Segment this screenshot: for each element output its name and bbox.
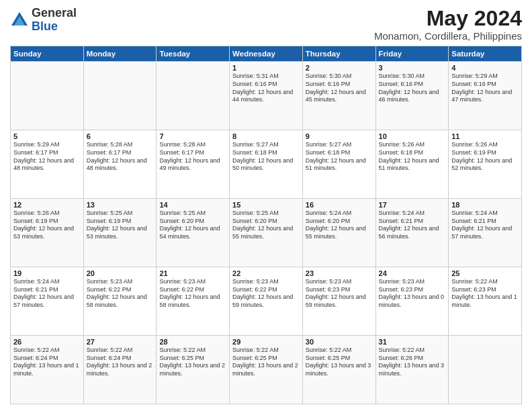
- day-cell: 17Sunrise: 5:24 AM Sunset: 6:21 PM Dayli…: [375, 199, 449, 267]
- day-info: Sunrise: 5:28 AM Sunset: 6:17 PM Dayligh…: [159, 141, 226, 173]
- day-info: Sunrise: 5:26 AM Sunset: 6:18 PM Dayligh…: [379, 141, 446, 173]
- day-info: Sunrise: 5:27 AM Sunset: 6:18 PM Dayligh…: [232, 141, 300, 173]
- day-cell: 7Sunrise: 5:28 AM Sunset: 6:17 PM Daylig…: [157, 130, 230, 199]
- day-number: 25: [451, 269, 519, 277]
- day-number: 27: [87, 338, 154, 346]
- day-cell: 14Sunrise: 5:25 AM Sunset: 6:20 PM Dayli…: [157, 199, 230, 267]
- calendar-subtitle: Monamon, Cordillera, Philippines: [374, 30, 522, 42]
- day-cell: 15Sunrise: 5:25 AM Sunset: 6:20 PM Dayli…: [230, 199, 303, 267]
- header-row: Sunday Monday Tuesday Wednesday Thursday…: [11, 46, 522, 62]
- day-cell: 18Sunrise: 5:24 AM Sunset: 6:21 PM Dayli…: [449, 199, 522, 267]
- day-info: Sunrise: 5:25 AM Sunset: 6:20 PM Dayligh…: [232, 210, 300, 241]
- day-info: Sunrise: 5:26 AM Sunset: 6:19 PM Dayligh…: [13, 210, 81, 241]
- day-number: 21: [159, 269, 226, 277]
- day-cell: 9Sunrise: 5:27 AM Sunset: 6:18 PM Daylig…: [302, 130, 375, 199]
- week-row-4: 19Sunrise: 5:24 AM Sunset: 6:21 PM Dayli…: [11, 267, 522, 336]
- calendar-body: 1Sunrise: 5:31 AM Sunset: 6:16 PM Daylig…: [11, 62, 522, 404]
- day-number: 17: [379, 201, 446, 209]
- day-number: 28: [159, 338, 226, 346]
- day-info: Sunrise: 5:25 AM Sunset: 6:19 PM Dayligh…: [87, 210, 154, 241]
- day-number: 11: [451, 132, 519, 140]
- day-info: Sunrise: 5:22 AM Sunset: 6:25 PM Dayligh…: [232, 347, 300, 378]
- day-cell: 31Sunrise: 5:22 AM Sunset: 6:26 PM Dayli…: [375, 336, 449, 404]
- day-info: Sunrise: 5:24 AM Sunset: 6:21 PM Dayligh…: [13, 278, 81, 310]
- day-cell: 24Sunrise: 5:23 AM Sunset: 6:23 PM Dayli…: [375, 267, 449, 336]
- week-row-5: 26Sunrise: 5:22 AM Sunset: 6:24 PM Dayli…: [11, 336, 522, 404]
- day-info: Sunrise: 5:29 AM Sunset: 6:16 PM Dayligh…: [451, 73, 519, 104]
- logo-text: General Blue: [32, 7, 77, 34]
- day-info: Sunrise: 5:22 AM Sunset: 6:23 PM Dayligh…: [451, 278, 519, 310]
- week-row-3: 12Sunrise: 5:26 AM Sunset: 6:19 PM Dayli…: [11, 199, 522, 267]
- title-block: May 2024 Monamon, Cordillera, Philippine…: [374, 7, 522, 42]
- col-wednesday: Wednesday: [230, 46, 303, 62]
- day-info: Sunrise: 5:23 AM Sunset: 6:23 PM Dayligh…: [379, 278, 446, 310]
- day-number: 19: [13, 269, 81, 277]
- day-cell: 25Sunrise: 5:22 AM Sunset: 6:23 PM Dayli…: [449, 267, 522, 336]
- day-number: 22: [232, 269, 300, 277]
- day-number: 13: [87, 201, 154, 209]
- col-tuesday: Tuesday: [157, 46, 230, 62]
- day-number: 6: [87, 132, 154, 140]
- day-info: Sunrise: 5:23 AM Sunset: 6:23 PM Dayligh…: [306, 278, 373, 310]
- calendar-table: Sunday Monday Tuesday Wednesday Thursday…: [10, 46, 522, 404]
- day-cell: 6Sunrise: 5:28 AM Sunset: 6:17 PM Daylig…: [83, 130, 157, 199]
- day-number: 24: [379, 269, 446, 277]
- col-monday: Monday: [83, 46, 157, 62]
- day-number: 8: [232, 132, 300, 140]
- day-info: Sunrise: 5:31 AM Sunset: 6:16 PM Dayligh…: [232, 73, 300, 104]
- day-number: 3: [379, 64, 446, 72]
- day-number: 9: [306, 132, 373, 140]
- day-cell: 8Sunrise: 5:27 AM Sunset: 6:18 PM Daylig…: [230, 130, 303, 199]
- day-cell: 30Sunrise: 5:22 AM Sunset: 6:25 PM Dayli…: [302, 336, 375, 404]
- day-cell: 19Sunrise: 5:24 AM Sunset: 6:21 PM Dayli…: [11, 267, 84, 336]
- day-cell: 21Sunrise: 5:23 AM Sunset: 6:22 PM Dayli…: [157, 267, 230, 336]
- calendar-header: Sunday Monday Tuesday Wednesday Thursday…: [11, 46, 522, 62]
- page: General Blue May 2024 Monamon, Cordiller…: [0, 0, 532, 411]
- day-info: Sunrise: 5:25 AM Sunset: 6:20 PM Dayligh…: [159, 210, 226, 241]
- week-row-2: 5Sunrise: 5:29 AM Sunset: 6:17 PM Daylig…: [11, 130, 522, 199]
- day-info: Sunrise: 5:23 AM Sunset: 6:22 PM Dayligh…: [159, 278, 226, 310]
- day-number: 29: [232, 338, 300, 346]
- day-cell: 26Sunrise: 5:22 AM Sunset: 6:24 PM Dayli…: [11, 336, 84, 404]
- logo-general: General: [32, 7, 77, 20]
- day-info: Sunrise: 5:24 AM Sunset: 6:21 PM Dayligh…: [451, 210, 519, 241]
- day-cell: 22Sunrise: 5:23 AM Sunset: 6:22 PM Dayli…: [230, 267, 303, 336]
- day-cell: 23Sunrise: 5:23 AM Sunset: 6:23 PM Dayli…: [302, 267, 375, 336]
- day-cell: 20Sunrise: 5:23 AM Sunset: 6:22 PM Dayli…: [83, 267, 157, 336]
- day-number: 26: [13, 338, 81, 346]
- day-number: 23: [306, 269, 373, 277]
- day-info: Sunrise: 5:29 AM Sunset: 6:17 PM Dayligh…: [13, 141, 81, 173]
- logo-blue: Blue: [32, 20, 77, 34]
- day-cell: 29Sunrise: 5:22 AM Sunset: 6:25 PM Dayli…: [230, 336, 303, 404]
- day-info: Sunrise: 5:30 AM Sunset: 6:16 PM Dayligh…: [306, 73, 373, 104]
- day-cell: [83, 62, 157, 130]
- day-number: 4: [451, 64, 519, 72]
- day-cell: 11Sunrise: 5:26 AM Sunset: 6:19 PM Dayli…: [449, 130, 522, 199]
- day-cell: 13Sunrise: 5:25 AM Sunset: 6:19 PM Dayli…: [83, 199, 157, 267]
- day-cell: 16Sunrise: 5:24 AM Sunset: 6:20 PM Dayli…: [302, 199, 375, 267]
- day-info: Sunrise: 5:24 AM Sunset: 6:21 PM Dayligh…: [379, 210, 446, 241]
- col-saturday: Saturday: [449, 46, 522, 62]
- day-number: 14: [159, 201, 226, 209]
- col-thursday: Thursday: [302, 46, 375, 62]
- day-info: Sunrise: 5:22 AM Sunset: 6:26 PM Dayligh…: [379, 347, 446, 378]
- day-info: Sunrise: 5:22 AM Sunset: 6:24 PM Dayligh…: [13, 347, 81, 378]
- col-sunday: Sunday: [11, 46, 84, 62]
- day-number: 2: [306, 64, 373, 72]
- day-cell: 3Sunrise: 5:30 AM Sunset: 6:16 PM Daylig…: [375, 62, 449, 130]
- day-number: 16: [306, 201, 373, 209]
- header: General Blue May 2024 Monamon, Cordiller…: [10, 7, 522, 42]
- day-info: Sunrise: 5:22 AM Sunset: 6:25 PM Dayligh…: [306, 347, 373, 378]
- day-cell: 10Sunrise: 5:26 AM Sunset: 6:18 PM Dayli…: [375, 130, 449, 199]
- day-number: 10: [379, 132, 446, 140]
- day-info: Sunrise: 5:26 AM Sunset: 6:19 PM Dayligh…: [451, 141, 519, 173]
- day-cell: 2Sunrise: 5:30 AM Sunset: 6:16 PM Daylig…: [302, 62, 375, 130]
- col-friday: Friday: [375, 46, 449, 62]
- day-number: 20: [87, 269, 154, 277]
- day-number: 18: [451, 201, 519, 209]
- day-info: Sunrise: 5:22 AM Sunset: 6:25 PM Dayligh…: [159, 347, 226, 378]
- day-info: Sunrise: 5:30 AM Sunset: 6:16 PM Dayligh…: [379, 73, 446, 104]
- day-number: 5: [13, 132, 81, 140]
- day-number: 30: [306, 338, 373, 346]
- logo-icon: [10, 11, 29, 30]
